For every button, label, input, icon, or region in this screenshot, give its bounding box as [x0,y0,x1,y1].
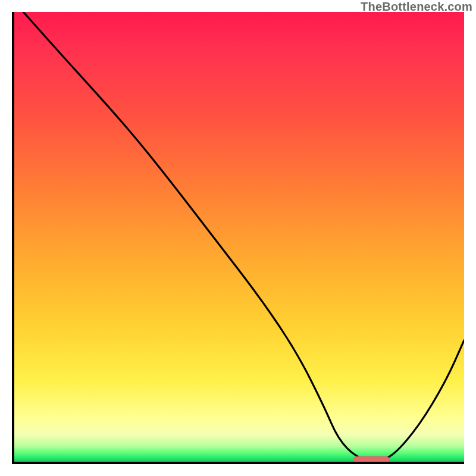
bottleneck-curve-path [23,12,464,461]
optimal-range-marker [353,456,390,464]
curve-layer [14,12,464,462]
bottleneck-chart: TheBottleneck.com [0,0,476,476]
plot-area [12,12,464,464]
